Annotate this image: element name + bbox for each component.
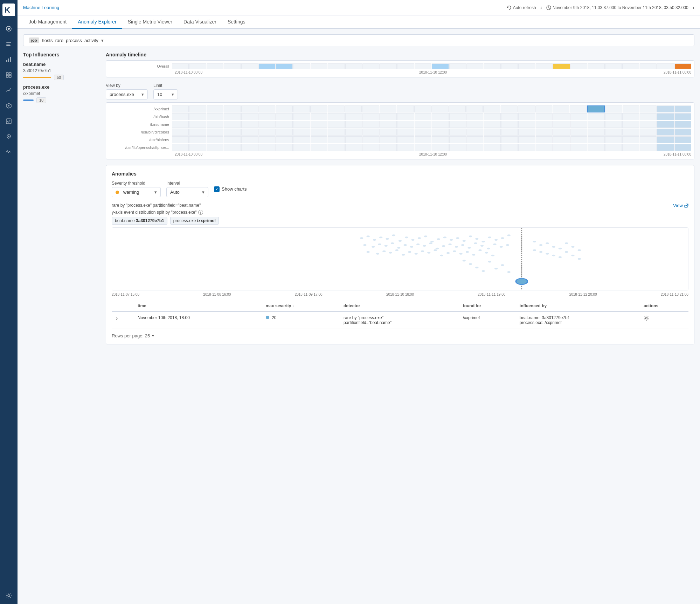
influencer-beat-bar: [23, 77, 51, 78]
sd18: [466, 129, 483, 136]
tcell-17: [449, 63, 466, 69]
svg-point-98: [507, 271, 511, 273]
time-nav-prev[interactable]: ‹: [540, 5, 542, 11]
sidebar-icon-dashboard[interactable]: [2, 68, 16, 82]
swimlane-xaxis-1: 2018-11-10 00:00: [175, 152, 202, 156]
svg-point-71: [367, 251, 370, 253]
timeline-xaxis-2: 2018-11-10 12:00: [419, 70, 447, 74]
chart-view-button[interactable]: View: [673, 203, 688, 208]
svg-point-57: [423, 245, 426, 247]
sidebar-icon-apm[interactable]: [2, 145, 16, 159]
tab-data-visualizer[interactable]: Data Visualizer: [178, 15, 222, 29]
svg-point-91: [463, 260, 466, 261]
se11: [345, 136, 362, 143]
chart-xaxis-7: 2018-11-13 21:00: [661, 293, 688, 296]
sidebar-icon-visualize[interactable]: [2, 53, 16, 67]
severity-threshold-select[interactable]: warning ▾: [112, 187, 161, 197]
svg-rect-12: [6, 75, 8, 77]
tcell-6: [258, 63, 275, 69]
influencer-group-process: process.exe /xxprimef 18: [23, 84, 100, 103]
sort-icon-severity: ↓: [292, 304, 294, 308]
sidebar-icon-canvas[interactable]: [2, 114, 16, 128]
sd10: [328, 129, 345, 136]
col-max-severity[interactable]: max severity ↓: [262, 301, 339, 311]
show-charts-checkbox[interactable]: ✓: [214, 186, 220, 192]
main-content: Machine Learning Auto-refresh ‹ November…: [18, 0, 700, 604]
pagination-chevron[interactable]: ▾: [152, 334, 154, 338]
sidebar: K: [0, 0, 18, 604]
svg-point-100: [539, 244, 542, 246]
expand-icon[interactable]: ›: [116, 315, 118, 321]
swimlane-label-binuname: /bin/uname: [109, 122, 172, 126]
swimlane-label-xxprimef: /xxprimef: [109, 107, 172, 111]
se20: [501, 136, 518, 143]
chart-tag-processexe: process.exe /xxprimef: [170, 217, 219, 225]
svg-point-111: [578, 249, 581, 251]
sd29: [657, 129, 674, 136]
se8: [293, 136, 310, 143]
time-nav-next[interactable]: ›: [693, 5, 694, 11]
chart-desc-line2: y-axis event distribution split by "proc…: [112, 210, 203, 215]
svg-point-114: [578, 258, 581, 260]
svg-point-3: [8, 28, 10, 30]
svg-point-110: [571, 246, 574, 248]
svg-point-30: [398, 240, 402, 242]
se15: [415, 136, 431, 143]
timeline-xaxis-3: 2018-11-11 00:00: [664, 70, 691, 74]
tcell-23: [553, 63, 570, 69]
sidebar-icon-settings[interactable]: [2, 589, 16, 603]
row-expand-btn[interactable]: ›: [112, 311, 133, 329]
job-select-dropdown[interactable]: hosts_rare_process_activity ▾: [42, 38, 104, 43]
view-by-chevron: ▾: [141, 92, 144, 97]
tcell-14: [397, 63, 414, 69]
scell-25-active[interactable]: [587, 105, 605, 112]
app-logo[interactable]: K: [2, 4, 15, 16]
sf3: [207, 144, 223, 151]
limit-select[interactable]: 10 ▾: [153, 89, 178, 99]
tcell-30: [674, 63, 691, 69]
anomalies-title: Anomalies: [112, 171, 688, 177]
sidebar-icon-timelion[interactable]: [2, 83, 16, 97]
sidebar-icon-maps[interactable]: [2, 130, 16, 144]
sb29: [657, 113, 674, 120]
sidebar-icon-ml[interactable]: [2, 99, 16, 113]
chart-tags: beat.name 3a301279e7b1 process.exe /xxpr…: [112, 217, 688, 225]
sb16: [432, 113, 449, 120]
sidebar-icon-home[interactable]: [2, 22, 16, 36]
svg-point-108: [559, 256, 562, 258]
tab-anomaly-explorer[interactable]: Anomaly Explorer: [72, 15, 122, 29]
se12: [362, 136, 379, 143]
scell-19: [483, 105, 500, 112]
sd30: [674, 129, 691, 136]
tab-job-management[interactable]: Job Management: [23, 15, 72, 29]
se27: [622, 136, 639, 143]
svg-point-48: [363, 244, 366, 246]
svg-point-107: [552, 255, 555, 256]
sidebar-icon-discover[interactable]: [2, 37, 16, 51]
topbar-controls: Auto-refresh ‹ November 9th 2018, 11:03:…: [507, 5, 694, 11]
sf24: [570, 144, 587, 151]
tab-single-metric[interactable]: Single Metric Viewer: [122, 15, 178, 29]
sd14: [397, 129, 414, 136]
svg-point-92: [469, 263, 472, 265]
interval-select[interactable]: Auto ▾: [166, 187, 208, 197]
svg-point-29: [392, 234, 395, 236]
tab-settings[interactable]: Settings: [222, 15, 251, 29]
se18: [466, 136, 483, 143]
swimlane-row-dircolors: /usr/bin/dircolors: [109, 129, 691, 136]
svg-rect-22: [685, 205, 687, 207]
col-time: time: [133, 301, 262, 311]
svg-point-40: [463, 240, 466, 242]
top-influencers-title: Top Influencers: [23, 52, 100, 57]
sb13: [380, 113, 397, 120]
auto-refresh-button[interactable]: Auto-refresh: [507, 5, 536, 10]
sd11: [345, 129, 362, 136]
view-by-select[interactable]: process.exe ▾: [106, 89, 148, 99]
scell-30: [674, 105, 691, 112]
interval-label: Interval: [166, 181, 208, 186]
info-icon[interactable]: i: [198, 210, 203, 215]
su9: [311, 121, 327, 128]
svg-point-106: [546, 253, 549, 255]
row-gear-icon[interactable]: [644, 317, 649, 322]
svg-point-55: [410, 246, 413, 248]
